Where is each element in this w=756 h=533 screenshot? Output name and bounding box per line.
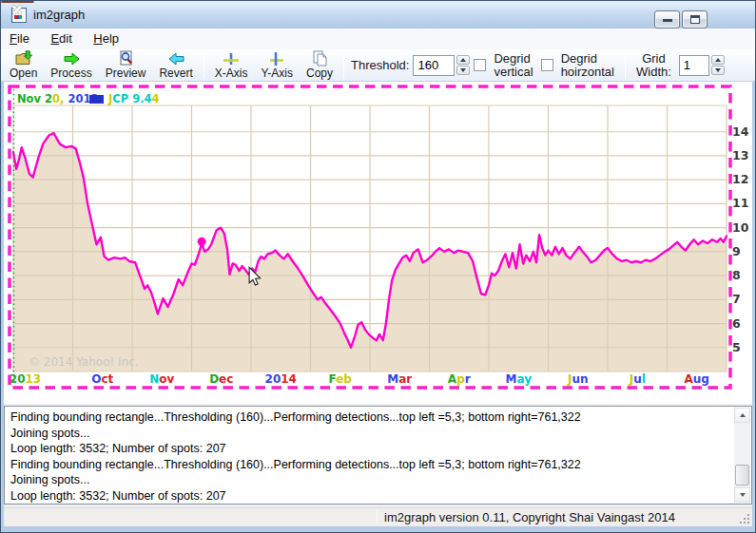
process-arrow-icon xyxy=(63,50,81,67)
grid-width-up-button[interactable] xyxy=(711,55,725,65)
threshold-spinbox: 160 xyxy=(413,55,470,76)
minimize-button[interactable] xyxy=(654,10,680,29)
revert-label: Revert xyxy=(159,67,192,80)
threshold-input[interactable]: 160 xyxy=(413,55,455,76)
menu-edit[interactable]: Edit xyxy=(42,29,80,46)
process-button[interactable]: Process xyxy=(44,49,98,81)
copy-pages-icon xyxy=(312,50,328,67)
up-arrow-icon xyxy=(460,58,466,62)
y-tick-label: 6 xyxy=(732,316,741,331)
log-line: Joining spots... xyxy=(10,472,730,488)
down-arrow-icon xyxy=(460,68,466,72)
legend-swatch xyxy=(89,95,104,104)
grid-width-input[interactable]: 1 xyxy=(679,55,709,76)
preview-button[interactable]: Preview xyxy=(99,49,153,81)
down-arrow-icon xyxy=(715,68,721,72)
chart-image: © 2014 Yahoo! Inc.1413121110987652013Oct… xyxy=(4,82,752,404)
maximize-icon xyxy=(690,15,700,24)
degrid-vertical-label: Degrid vertical xyxy=(494,52,533,79)
toolbar: Open Process Preview xyxy=(1,49,755,82)
revert-button[interactable]: Revert xyxy=(152,49,199,81)
y-tick-label: 11 xyxy=(732,196,748,210)
x-axis-label: 2013 xyxy=(10,372,41,386)
status-text: im2graph version 0.11, Copyright Shai Va… xyxy=(384,510,675,524)
grid-width-label: Grid Width: xyxy=(636,52,671,79)
y-tick-label: 12 xyxy=(732,172,748,186)
open-button[interactable]: Open xyxy=(3,49,44,81)
scroll-down-button[interactable] xyxy=(734,487,750,503)
threshold-down-button[interactable] xyxy=(456,66,470,75)
scrollbar-thumb[interactable] xyxy=(735,465,749,485)
copy-label: Copy xyxy=(306,67,333,80)
scroll-down-icon xyxy=(740,493,746,497)
open-label: Open xyxy=(10,67,37,80)
threshold-label: Threshold: xyxy=(351,58,409,72)
title-bar[interactable]: im2graph xyxy=(1,1,755,29)
x-axis-label: Dec xyxy=(209,372,233,386)
window-title: im2graph xyxy=(33,8,85,22)
y-tick-label: 7 xyxy=(732,292,741,306)
x-axis-label: X-Axis xyxy=(215,67,248,80)
x-axis-label: Apr xyxy=(448,372,471,386)
log-lines: Finding bounding rectangle...Thresholdin… xyxy=(10,409,730,504)
y-tick-label: 5 xyxy=(732,340,741,354)
watermark: © 2014 Yahoo! Inc. xyxy=(29,355,139,369)
y-tick-label: 9 xyxy=(732,244,741,258)
log-line: Finding bounding rectangle...Thresholdin… xyxy=(10,409,730,426)
preview-magnifier-icon xyxy=(118,50,134,67)
up-arrow-icon xyxy=(715,58,721,62)
status-bar: im2graph version 0.11, Copyright Shai Va… xyxy=(4,507,752,526)
scroll-up-icon xyxy=(740,413,746,417)
x-axis-button[interactable]: X-Axis xyxy=(208,49,255,81)
y-tick-label: 14 xyxy=(732,124,749,139)
degrid-horizontal-label: Degrid hoirzontal xyxy=(561,52,614,79)
log-line: Finding bounding rectangle...Thresholdin… xyxy=(10,457,730,473)
chart-legend-ticker: JCP 9.44 xyxy=(107,92,160,105)
x-axis-label: Aug xyxy=(685,372,709,386)
x-axis-label: Feb xyxy=(329,372,353,386)
y-axis-label: Y-Axis xyxy=(261,67,293,80)
resize-grip[interactable] xyxy=(747,522,749,523)
x-axis-label: Nov xyxy=(149,372,174,386)
y-tick-label: 13 xyxy=(732,148,748,162)
minimize-icon xyxy=(663,19,672,22)
menu-help[interactable]: Help xyxy=(85,29,127,46)
log-output[interactable]: Finding bounding rectangle...Thresholdin… xyxy=(4,406,752,504)
x-axis-icon xyxy=(223,50,240,67)
preview-label: Preview xyxy=(106,67,146,80)
menu-bar: File Edit Help xyxy=(1,29,755,49)
revert-arrow-icon xyxy=(167,50,185,67)
threshold-up-button[interactable] xyxy=(456,55,470,65)
maximize-button[interactable] xyxy=(682,10,708,29)
process-label: Process xyxy=(50,67,91,80)
y-tick-label: 10 xyxy=(732,220,749,235)
copy-button[interactable]: Copy xyxy=(300,49,339,81)
degrid-vertical-checkbox[interactable] xyxy=(474,59,486,71)
close-button[interactable] xyxy=(1,1,34,3)
toolbar-separator xyxy=(343,52,344,79)
log-scrollbar[interactable] xyxy=(734,408,750,503)
x-axis-label: May xyxy=(505,372,532,386)
grid-width-down-button[interactable] xyxy=(711,66,725,75)
log-line: Joining spots... xyxy=(10,426,730,442)
x-axis-label: Oct xyxy=(91,372,113,386)
scroll-up-button[interactable] xyxy=(734,408,750,423)
threshold-group: Threshold: 160 Degrid vertical Degrid ho… xyxy=(351,52,618,79)
x-axis-label: Jul xyxy=(629,372,646,386)
menu-file[interactable]: File xyxy=(1,29,38,46)
log-line: Loop length: 3532; Number of spots: 207 xyxy=(10,441,730,457)
image-canvas[interactable]: © 2014 Yahoo! Inc.1413121110987652013Oct… xyxy=(4,82,752,404)
spot-marker xyxy=(198,238,206,246)
x-axis-label: Jun xyxy=(567,372,589,386)
y-axis-button[interactable]: Y-Axis xyxy=(254,49,300,81)
x-axis-label: Mar xyxy=(387,372,412,386)
degrid-horizontal-checkbox[interactable] xyxy=(541,59,553,71)
y-axis-icon xyxy=(268,50,285,67)
toolbar-separator xyxy=(625,52,626,79)
y-tick-label: 8 xyxy=(732,268,741,282)
status-separator xyxy=(377,510,378,524)
toolbar-separator xyxy=(204,52,204,79)
x-axis-label: 2014 xyxy=(265,372,297,386)
log-line: Loop length: 3532; Number of spots: 207 xyxy=(10,488,730,504)
app-window: im2graph File Edit Help Open xyxy=(0,0,756,533)
